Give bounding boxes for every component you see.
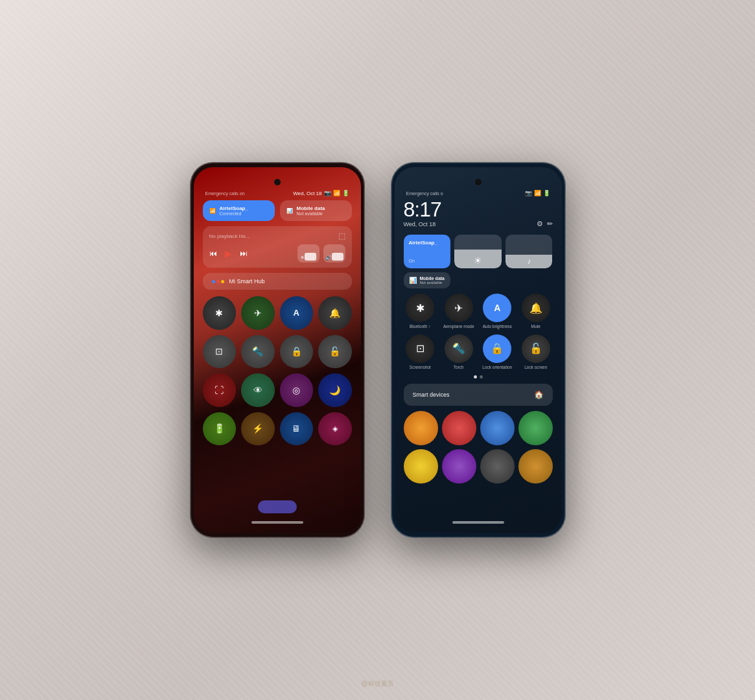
phone-right: Emergency calls o 📷 📶 🔋 8:17 Wed, Oct 18… bbox=[391, 162, 566, 538]
battery-saver-btn-left[interactable]: 🔋 bbox=[203, 412, 237, 446]
mobile-tile-right[interactable]: 📊 Mobile data Not available bbox=[404, 272, 451, 288]
brightness-slider[interactable]: ☀ bbox=[297, 244, 319, 262]
color-circle-3[interactable] bbox=[480, 411, 515, 445]
eye-btn-left[interactable]: 👁 bbox=[241, 373, 275, 407]
volume-icon: ♪ bbox=[527, 257, 531, 268]
auto-circle: A bbox=[483, 294, 511, 322]
status-icons-right: 📷 📶 🔋 bbox=[525, 190, 550, 196]
control-grid-left: ✱ ✈ A 🔔 ⊡ 🔦 🔒 🔓 ⛶ 👁 ◎ 🌙 🔋 ⚡ 🖥 ◈ bbox=[203, 296, 352, 445]
bluetooth-label: Bluetooth ↑ bbox=[410, 324, 431, 329]
control-grid-right: ✱ Bluetooth ↑ ✈ Aeroplane mode A Auto br… bbox=[404, 294, 553, 370]
smart-devices[interactable]: Smart devices 🏠 bbox=[404, 384, 553, 406]
page-dots bbox=[404, 375, 553, 379]
screen-btn-left[interactable]: 🖥 bbox=[280, 412, 314, 446]
mobile-status-right: Not available bbox=[420, 281, 445, 285]
airplane-circle: ✈ bbox=[445, 294, 473, 322]
screenshot-btn-right[interactable]: ⊡ Screenshot bbox=[404, 334, 437, 370]
status-icons-left: Wed, Oct 18 📷 📶 🔋 bbox=[293, 190, 349, 196]
lock-screen-btn-right[interactable]: 🔓 Lock screen bbox=[519, 334, 553, 370]
mobile-name-right: Mobile data bbox=[420, 276, 445, 281]
wifi-tile-right[interactable]: AirtelSoap_ On bbox=[404, 235, 451, 268]
color-circle-1[interactable] bbox=[404, 411, 438, 445]
time-display: 8:17 bbox=[404, 199, 553, 220]
fullscreen-btn-left[interactable]: ⛶ bbox=[203, 373, 237, 407]
lockori-label: Lock orientation bbox=[482, 365, 512, 370]
color-circle-2[interactable] bbox=[442, 411, 476, 445]
mi-dot-1 bbox=[212, 280, 215, 283]
lock-orientation-btn-right[interactable]: 🔒 Lock orientation bbox=[481, 334, 515, 370]
mute-btn-left[interactable]: 🔔 bbox=[318, 296, 352, 330]
lock-orientation-btn-left[interactable]: 🔒 bbox=[280, 335, 314, 369]
prev-btn[interactable]: ⏮ bbox=[209, 249, 217, 258]
settings-icon-right[interactable]: ⚙ bbox=[537, 220, 543, 228]
mobile-icon-left: 📊 bbox=[286, 208, 293, 214]
bottom-bar-right bbox=[452, 521, 504, 524]
wifi-icon-status: 📶 bbox=[333, 190, 340, 196]
mobile-info-right: Mobile data Not available bbox=[420, 276, 445, 285]
wifi-name-left: AirtelSoap_ bbox=[220, 205, 248, 211]
color-circle-4[interactable] bbox=[518, 411, 553, 445]
moon-btn-left[interactable]: 🌙 bbox=[318, 373, 352, 407]
brightness-tile-right[interactable]: ☀ bbox=[454, 235, 502, 268]
battery-icon-status: 🔋 bbox=[342, 190, 349, 196]
bluetooth-btn-left[interactable]: ✱ bbox=[203, 296, 237, 330]
next-btn[interactable]: ⏭ bbox=[240, 249, 248, 258]
quick-tiles-left: 📶 AirtelSoap_ Connected 📊 Mobile data No… bbox=[203, 200, 352, 221]
mobile-tile-left[interactable]: 📊 Mobile data Not available bbox=[280, 200, 352, 221]
screenshot-btn-left[interactable]: ⊡ bbox=[203, 335, 237, 369]
screen-left: Emergency calls on Wed, Oct 18 📷 📶 🔋 📶 A… bbox=[194, 167, 361, 533]
color-circle-8[interactable] bbox=[518, 449, 553, 484]
color-circle-6[interactable] bbox=[442, 449, 476, 484]
auto-brightness-btn-left[interactable]: A bbox=[280, 296, 314, 330]
wifi-status-right-label: On bbox=[409, 259, 446, 263]
slider-container: ☀ 🔊 bbox=[255, 244, 345, 262]
airplane-btn-right[interactable]: ✈ Aeroplane mode bbox=[442, 294, 476, 329]
wifi-icon-left: 📶 bbox=[209, 208, 216, 214]
wifi-status-left: Connected bbox=[220, 211, 248, 216]
smart-devices-label: Smart devices bbox=[413, 391, 450, 398]
smart-devices-icon: 🏠 bbox=[534, 390, 544, 399]
color-circle-5[interactable] bbox=[404, 449, 438, 484]
screenshot-icon-status: 📷 bbox=[324, 190, 331, 196]
volume-slider[interactable]: 🔊 bbox=[323, 244, 345, 262]
no-playback-text: No playback his... bbox=[209, 233, 250, 239]
bluetooth-circle: ✱ bbox=[406, 294, 434, 322]
mi-smart-hub[interactable]: Mi Smart Hub bbox=[203, 273, 352, 290]
mi-dots bbox=[212, 280, 224, 283]
screen-right: Emergency calls o 📷 📶 🔋 8:17 Wed, Oct 18… bbox=[395, 167, 562, 533]
auto-brightness-btn-right[interactable]: A Auto brightness bbox=[481, 294, 515, 329]
mi-hub-label: Mi Smart Hub bbox=[229, 278, 265, 285]
watermark: @科技素言 bbox=[361, 679, 393, 688]
media-player-left: No playback his... ⬚ ⏮ ▶ ⏭ ☀ bbox=[203, 226, 352, 268]
page-dot-1 bbox=[474, 375, 477, 379]
volume-tile-right[interactable]: ♪ bbox=[505, 235, 553, 268]
airplane-btn-left[interactable]: ✈ bbox=[241, 296, 275, 330]
flash-btn-left[interactable]: ⚡ bbox=[241, 412, 275, 446]
circle-btn-left[interactable]: ◎ bbox=[280, 373, 314, 407]
wifi-name-right: AirtelSoap_ bbox=[409, 240, 446, 246]
bluetooth-btn-right[interactable]: ✱ Bluetooth ↑ bbox=[404, 294, 437, 329]
torch-btn-left[interactable]: 🔦 bbox=[241, 335, 275, 369]
torch-btn-right[interactable]: 🔦 Torch bbox=[442, 334, 476, 370]
emergency-text-right: Emergency calls o bbox=[406, 191, 443, 196]
torch-label: Torch bbox=[454, 365, 464, 370]
color-grid-right bbox=[404, 411, 553, 484]
wifi-tile-left[interactable]: 📶 AirtelSoap_ Connected bbox=[203, 200, 275, 221]
mobile-icon-right: 📊 bbox=[409, 277, 417, 284]
camera-dot-right bbox=[475, 179, 482, 185]
camera-dot-left bbox=[274, 179, 281, 185]
screenshot-label: Screenshot bbox=[410, 365, 431, 370]
edit-icon-right[interactable]: ✏ bbox=[547, 220, 553, 228]
status-bar-right: Emergency calls o 📷 📶 🔋 bbox=[404, 190, 553, 196]
bottom-nav-left[interactable] bbox=[258, 500, 297, 513]
page-dot-2 bbox=[480, 375, 483, 379]
cast-icon[interactable]: ⬚ bbox=[338, 231, 345, 240]
mute-btn-right[interactable]: 🔔 Mute bbox=[519, 294, 553, 329]
color-circle-7[interactable] bbox=[480, 449, 515, 484]
date-left: Wed, Oct 18 bbox=[293, 191, 321, 196]
tag-btn-left[interactable]: ◈ bbox=[318, 412, 352, 446]
lock-screen-btn-left[interactable]: 🔓 bbox=[318, 335, 352, 369]
play-btn[interactable]: ▶ bbox=[225, 248, 232, 259]
mobile-info-left: Mobile data Not available bbox=[297, 205, 325, 216]
status-bar-left: Emergency calls on Wed, Oct 18 📷 📶 🔋 bbox=[203, 190, 352, 196]
